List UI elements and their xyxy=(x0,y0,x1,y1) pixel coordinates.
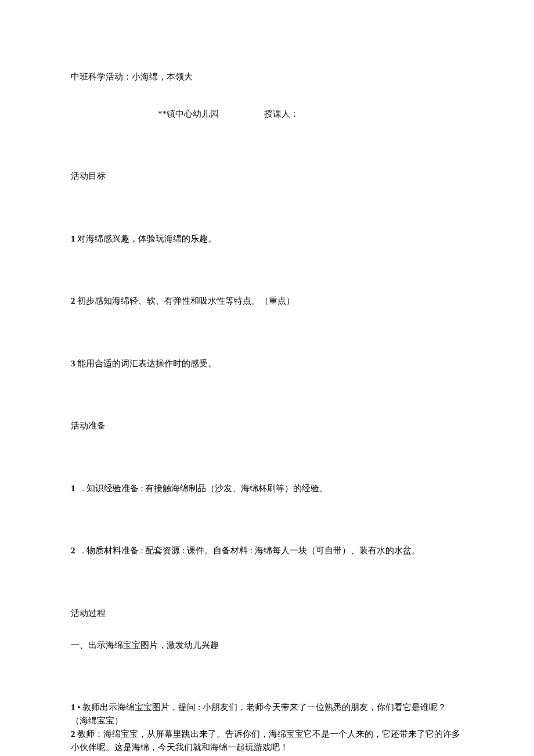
section-prep-heading: 活动准备 xyxy=(71,419,463,434)
prep-number: 2 xyxy=(71,546,80,555)
prep-number: 1 xyxy=(71,484,80,493)
dialog-number: 1 xyxy=(71,703,75,712)
section-process-heading: 活动过程 xyxy=(71,606,463,621)
dialog-number: 2 xyxy=(71,729,75,739)
dialog-line-2: 2 教师：海绵宝宝，从屏幕里跳出来了。告诉你们，海绵宝宝它不是一个人来的，它还带… xyxy=(71,728,463,755)
section-goals-heading: 活动目标 xyxy=(71,169,463,184)
goal-text: 初步感知海绵轻、软、有弹性和吸水性等特点。（重点） xyxy=(75,296,295,305)
goal-number: 2 xyxy=(71,296,75,305)
goal-item-2: 2 初步感知海绵轻、软、有弹性和吸水性等特点。（重点） xyxy=(71,294,463,309)
prep-text: . 物质材料准备 : 配套资源 : 课件。自备材料 : 海绵每人一块（可自带）、… xyxy=(80,546,420,555)
dialog-text: • 教师出示海绵宝宝图片，提问 : 小朋友们，老师今天带来了一位熟悉的朋友，你们… xyxy=(71,703,446,725)
goal-text: 对海绵感兴趣，体验玩海绵的乐趣。 xyxy=(75,234,217,243)
prep-text: . 知识经验准备 : 有接触海绵制品（沙发、海绵杯刷等）的经验。 xyxy=(80,484,329,493)
goal-item-1: 1 对海绵感兴趣，体验玩海绵的乐趣。 xyxy=(71,232,463,247)
subtitle-row: **镇中心幼儿园 授课人： xyxy=(71,107,463,122)
presenter-label: 授课人： xyxy=(264,109,299,118)
prep-item-1: 1 . 知识经验准备 : 有接触海绵制品（沙发、海绵杯刷等）的经验。 xyxy=(71,481,463,496)
goal-item-3: 3 能用合适的词汇表达操作时的感受。 xyxy=(71,357,463,372)
dialog-text: 教师：海绵宝宝，从屏幕里跳出来了。告诉你们，海绵宝宝它不是一个人来的，它还带来了… xyxy=(71,729,460,752)
goal-text: 能用合适的词汇表达操作时的感受。 xyxy=(75,359,217,368)
goal-number: 1 xyxy=(71,234,75,243)
process-subheading-1: 一、出示海绵宝宝图片，激发幼儿兴趣 xyxy=(71,638,463,653)
goal-number: 3 xyxy=(71,359,75,368)
organization-name: **镇中心幼儿园 xyxy=(158,109,219,118)
prep-item-2: 2 . 物质材料准备 : 配套资源 : 课件。自备材料 : 海绵每人一块（可自带… xyxy=(71,543,463,559)
dialog-line-1: 1 • 教师出示海绵宝宝图片，提问 : 小朋友们，老师今天带来了一位熟悉的朋友，… xyxy=(71,701,463,728)
document-title: 中班科学活动：小海绵，本领大 xyxy=(71,70,463,85)
